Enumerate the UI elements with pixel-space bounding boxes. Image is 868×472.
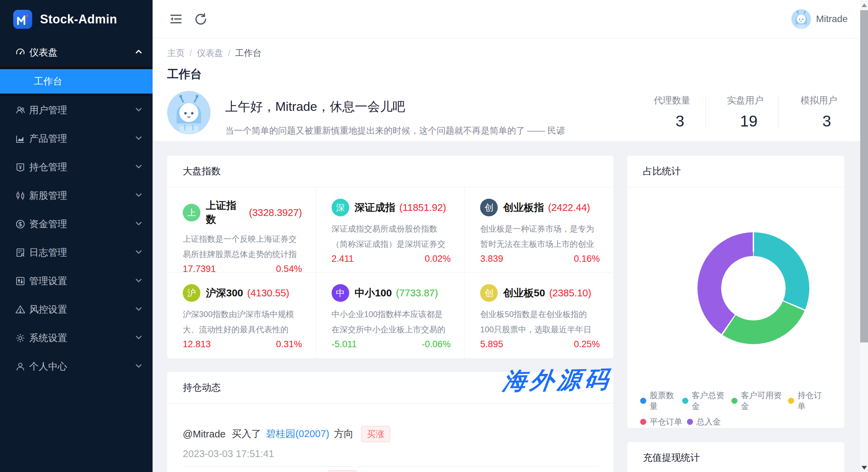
sidebar-item-funds-mgmt[interactable]: 资金管理 [0,210,153,238]
greeting-avatar [167,91,211,134]
legend-item-open-orders[interactable]: 持仓订单 [788,390,825,412]
feed-action: 买入了 [232,427,261,441]
breadcrumb-current: 工作台 [235,48,261,58]
main-column: 大盘指数 上 上证指数 (3328.3927) 上证指数是一个反映上海证券交易所… [167,156,613,472]
sidebar-item-label: 风控设置 [29,303,67,316]
index-name: 深证成指 [355,201,395,215]
user-menu[interactable]: Mitrade [791,9,848,29]
index-description: 深证成指交易所成份股价指数（简称深证成指）是深圳证券交 [332,221,451,252]
index-badge: 上 [183,204,200,221]
chevron-down-icon [136,221,141,227]
index-description: 中小企业100指数样本应该都是在深交所中小企业板上市交易的 [332,307,451,337]
market-card-title: 大盘指数 [167,156,613,187]
main-area: Mitrade 主页/仪表盘/工作台 工作台 上午好，Mitrade，休息一会儿… [153,0,868,472]
collapse-sidebar-icon[interactable] [168,11,184,27]
chevron-down-icon [136,193,141,198]
sidebar-item-label: 仪表盘 [29,46,58,59]
stat-value: 19 [706,112,764,130]
sidebar-item-risk-settings[interactable]: 风控设置 [0,295,153,324]
feed-direction-label: 方向 [334,427,354,441]
sidebar-item-dashboard[interactable]: 仪表盘 [0,38,153,67]
index-description: 沪深300指数由沪深市场中规模大、流动性好的最具代表性的 [183,307,302,337]
sidebar-item-admin-settings[interactable]: 管理设置 [0,267,153,295]
index-badge: 沪 [183,284,200,302]
app-logo-icon [13,10,32,29]
feed-item: @Mitrade 买入了 碧桂园(02007) 方向 买涨 2023-03-03… [167,404,613,459]
index-badge: 中 [332,284,349,302]
ipo-candlestick-icon [15,190,26,201]
breadcrumb-home[interactable]: 主页 [167,48,185,58]
breadcrumb-dashboard[interactable]: 仪表盘 [197,48,223,58]
index-name: 上证指数 [206,199,245,227]
index-badge: 创 [480,199,498,216]
screen: Stock-Admin 仪表盘 工作台 用 [0,0,868,472]
sidebar-item-system-settings[interactable]: 系统设置 [0,324,153,352]
index-name: 创业板50 [503,286,545,300]
chevron-down-icon [136,107,141,113]
legend-dot [682,398,688,404]
admin-settings-icon [15,276,26,287]
refresh-icon[interactable] [193,11,208,27]
logs-icon [15,247,26,258]
stat-label: 代理数量 [632,94,690,106]
index-tile-chinext50[interactable]: 创 创业板50 (2385.10) 创业板50指数是在创业板指的100只股票中，… [465,273,613,358]
index-tile-shenzhen[interactable]: 深 深证成指 (11851.92) 深证成指交易所成份股价指数（简称深证成指）是… [316,187,465,273]
index-change: -5.011 [332,339,357,350]
chevron-down-icon [136,250,141,255]
index-change-pct: -0.06% [422,339,451,350]
greeting-title: 上午好，Mitrade，休息一会儿吧 [225,98,565,115]
scroll-up-arrow-icon[interactable] [862,3,867,7]
scrollbar-thumb[interactable] [860,10,868,342]
index-change-pct: 0.02% [425,254,451,264]
index-tile-chinext[interactable]: 创 创业板指 (2422.44) 创业板是一种证券市场，是专为暂时无法在主板市场… [465,187,613,273]
index-tile-shanghai[interactable]: 上 上证指数 (3328.3927) 上证指数是一个反映上海证券交易所挂牌股票总… [167,187,316,273]
stat-real-users: 实盘用户 19 [706,94,779,130]
buy-rise-tag: 买涨 [328,470,357,472]
app-logo-row: Stock-Admin [0,0,153,38]
legend-item-available-funds[interactable]: 客户可用资金 [731,390,783,412]
chevron-down-icon [136,363,141,369]
legend-item-closed-orders[interactable]: 平仓订单 [640,416,682,427]
index-change-pct: 0.31% [276,339,302,350]
index-tile-sme100[interactable]: 中 中小100 (7733.87) 中小企业100指数样本应该都是在深交所中小企… [316,273,465,358]
index-value: (3328.3927) [249,207,302,218]
sidebar-item-product-mgmt[interactable]: 产品管理 [0,124,153,153]
index-description: 创业板50指数是在创业板指的100只股票中，选取最近半年日 [480,307,600,337]
sidebar-item-profile[interactable]: 个人中心 [0,352,153,381]
index-badge: 深 [332,199,349,216]
sidebar-item-user-mgmt[interactable]: 用户管理 [0,96,153,124]
chevron-down-icon [136,307,141,312]
scrollbar[interactable] [860,0,868,472]
stat-label: 实盘用户 [706,94,764,106]
sidebar-item-label: 新股管理 [29,189,67,202]
sidebar-item-workbench[interactable]: 工作台 [0,69,153,94]
index-tile-hs300[interactable]: 沪 沪深300 (4130.55) 沪深300指数由沪深市场中规模大、流动性好的… [167,273,316,358]
header-stats: 代理数量 3 实盘用户 19 模拟用户 3 [632,91,852,130]
legend-item-total-funds[interactable]: 客户总资金 [682,390,727,412]
legend-item-total-deposit[interactable]: 总入金 [687,416,721,427]
chevron-down-icon [136,278,141,283]
index-change-pct: 0.25% [574,339,600,350]
legend-item-stock-count[interactable]: 股票数量 [640,390,677,412]
legend-dot [640,398,646,404]
sidebar-item-log-mgmt[interactable]: 日志管理 [0,238,153,267]
users-icon [15,105,26,116]
donut-hole [721,256,786,320]
chevron-down-icon [136,164,141,170]
feed-stock-link[interactable]: 碧桂园(02007) [266,427,329,441]
index-value: (2422.44) [548,202,590,213]
legend-dot [687,419,693,425]
feed-timestamp: 2023-03-03 17:51:41 [183,448,598,459]
sidebar-item-ipo-mgmt[interactable]: 新股管理 [0,181,153,210]
breadcrumb: 主页/仪表盘/工作台 [167,47,852,59]
sidebar: Stock-Admin 仪表盘 工作台 用 [0,0,153,472]
index-change-pct: 0.16% [574,254,600,264]
sidebar-item-position-mgmt[interactable]: 持仓管理 [0,153,153,181]
profile-icon [15,361,26,372]
sidebar-submenu-dashboard: 工作台 [0,67,153,96]
scroll-down-arrow-icon[interactable] [862,466,867,470]
app-title: Stock-Admin [40,12,117,26]
stat-value: 3 [632,112,690,130]
funds-icon [15,219,26,230]
index-value: (2385.10) [549,288,591,299]
